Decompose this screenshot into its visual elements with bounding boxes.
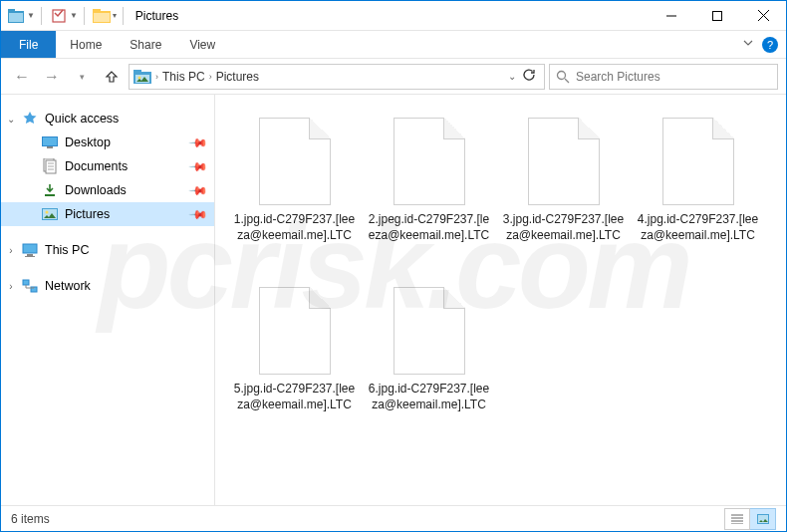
- file-name: 2.jpeg.id-C279F237.[leeza@keemail.me].LT…: [367, 211, 491, 243]
- up-button[interactable]: [99, 64, 125, 90]
- network-icon: [21, 278, 39, 294]
- tree-downloads[interactable]: Downloads 📌: [1, 178, 214, 202]
- breadcrumb-this-pc[interactable]: This PC: [162, 70, 205, 84]
- file-item[interactable]: 4.jpg.id-C279F237.[leeza@keemail.me].LTC: [631, 111, 765, 280]
- svg-rect-8: [713, 11, 722, 20]
- svg-point-15: [558, 71, 566, 79]
- file-icon: [259, 287, 331, 375]
- search-icon: [556, 70, 570, 84]
- svg-rect-25: [45, 194, 55, 196]
- tab-share[interactable]: Share: [116, 31, 175, 58]
- folder-icon[interactable]: [91, 5, 113, 27]
- folder-dropdown-icon[interactable]: ▾: [113, 11, 117, 20]
- file-item[interactable]: 5.jpg.id-C279F237.[leeza@keemail.me].LTC: [227, 280, 362, 449]
- file-item[interactable]: 1.jpg.id-C279F237.[leeza@keemail.me].LTC: [227, 111, 362, 280]
- file-icon: [662, 118, 734, 205]
- ribbon-expand-icon[interactable]: [742, 37, 754, 52]
- tree-this-pc[interactable]: › This PC: [1, 238, 214, 262]
- svg-rect-31: [25, 256, 35, 257]
- minimize-button[interactable]: [649, 1, 694, 31]
- explorer-icon: [5, 5, 27, 27]
- window-title: Pictures: [130, 9, 178, 23]
- svg-rect-29: [23, 244, 37, 253]
- downloads-icon: [41, 182, 59, 198]
- search-box[interactable]: [549, 64, 778, 90]
- file-tab[interactable]: File: [1, 31, 56, 58]
- file-icon: [528, 118, 600, 205]
- close-button[interactable]: [740, 1, 786, 31]
- maximize-button[interactable]: [694, 1, 740, 31]
- collapse-icon[interactable]: ⌄: [1, 114, 21, 125]
- file-icon: [394, 118, 465, 205]
- details-view-button[interactable]: [724, 508, 750, 530]
- tree-pictures[interactable]: Pictures 📌: [1, 202, 214, 226]
- help-icon[interactable]: ?: [762, 37, 778, 53]
- forward-button[interactable]: →: [39, 64, 65, 90]
- tree-network[interactable]: › Network: [1, 274, 214, 298]
- documents-icon: [41, 158, 59, 174]
- file-item[interactable]: 3.jpg.id-C279F237.[leeza@keemail.me].LTC: [496, 111, 631, 280]
- svg-line-16: [565, 79, 569, 83]
- navigation-tree: ⌄ Quick access Desktop 📌 Documents: [1, 95, 215, 507]
- svg-rect-5: [93, 9, 101, 12]
- tab-home[interactable]: Home: [56, 31, 116, 58]
- svg-rect-12: [133, 70, 141, 73]
- file-item[interactable]: 2.jpeg.id-C279F237.[leeza@keemail.me].LT…: [362, 111, 496, 280]
- tab-view[interactable]: View: [175, 31, 229, 58]
- svg-rect-30: [27, 254, 33, 256]
- expand-icon[interactable]: ›: [1, 281, 21, 292]
- address-bar[interactable]: › This PC › Pictures ⌄: [129, 64, 545, 90]
- pictures-folder-icon: [133, 70, 151, 84]
- star-icon: [21, 111, 39, 127]
- svg-rect-1: [8, 9, 15, 12]
- pin-icon: 📌: [188, 204, 209, 225]
- pin-icon: 📌: [188, 156, 209, 177]
- recent-dropdown-icon[interactable]: ▾: [69, 64, 95, 90]
- file-icon: [259, 118, 331, 205]
- expand-icon[interactable]: ›: [1, 245, 21, 256]
- breadcrumb-pictures[interactable]: Pictures: [216, 70, 259, 84]
- file-list[interactable]: 1.jpg.id-C279F237.[leeza@keemail.me].LTC…: [215, 95, 786, 507]
- pin-icon: 📌: [188, 133, 209, 153]
- item-count: 6 items: [11, 512, 50, 526]
- svg-point-28: [46, 211, 49, 214]
- file-name: 5.jpg.id-C279F237.[leeza@keemail.me].LTC: [232, 381, 357, 412]
- svg-rect-2: [9, 13, 23, 22]
- file-name: 4.jpg.id-C279F237.[leeza@keemail.me].LTC: [636, 211, 760, 243]
- back-button[interactable]: ←: [9, 64, 35, 90]
- chevron-right-icon[interactable]: ›: [155, 72, 158, 82]
- svg-rect-3: [53, 10, 65, 22]
- refresh-icon[interactable]: [522, 68, 536, 85]
- ribbon: File Home Share View ?: [1, 31, 786, 59]
- tree-quick-access[interactable]: ⌄ Quick access: [1, 107, 214, 131]
- file-icon: [394, 287, 465, 375]
- status-bar: 6 items: [1, 505, 786, 531]
- address-dropdown-icon[interactable]: ⌄: [508, 71, 516, 82]
- desktop-icon: [41, 134, 59, 150]
- properties-icon[interactable]: [48, 5, 70, 27]
- file-item[interactable]: 6.jpg.id-C279F237.[leeza@keemail.me].LTC: [362, 280, 496, 449]
- svg-rect-18: [43, 137, 57, 145]
- nav-bar: ← → ▾ › This PC › Pictures ⌄: [1, 59, 786, 95]
- pictures-icon: [41, 206, 59, 222]
- large-icons-view-button[interactable]: [750, 508, 776, 530]
- svg-rect-19: [47, 146, 53, 148]
- file-name: 3.jpg.id-C279F237.[leeza@keemail.me].LTC: [501, 211, 626, 243]
- svg-rect-32: [23, 280, 29, 285]
- qat-dropdown-icon[interactable]: ▼: [27, 11, 35, 20]
- tree-documents[interactable]: Documents 📌: [1, 154, 214, 178]
- svg-rect-6: [94, 13, 110, 22]
- title-bar: ▼ ▼ ▾ Pictures: [1, 1, 786, 31]
- file-name: 1.jpg.id-C279F237.[leeza@keemail.me].LTC: [232, 211, 357, 243]
- chevron-right-icon[interactable]: ›: [209, 72, 212, 82]
- tree-desktop[interactable]: Desktop 📌: [1, 131, 214, 154]
- search-input[interactable]: [576, 70, 771, 84]
- file-name: 6.jpg.id-C279F237.[leeza@keemail.me].LTC: [367, 381, 491, 412]
- pin-icon: 📌: [188, 180, 209, 201]
- pc-icon: [21, 242, 39, 258]
- qat-dropdown2-icon[interactable]: ▼: [70, 11, 78, 20]
